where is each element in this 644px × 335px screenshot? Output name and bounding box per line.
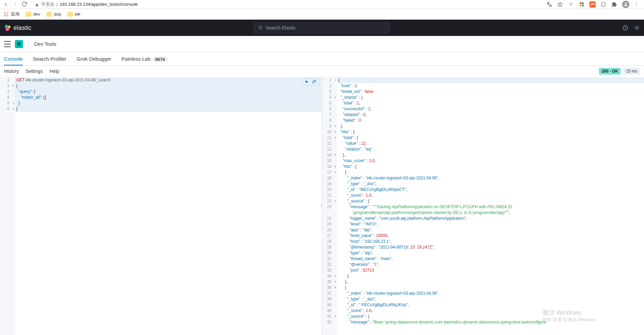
svg-point-10	[4, 14, 5, 15]
separator	[28, 40, 29, 48]
ext-v-icon[interactable]: V	[568, 1, 574, 7]
reload-button[interactable]	[22, 1, 28, 7]
svg-rect-1	[580, 2, 581, 4]
tab-label: Painless Lab	[122, 56, 151, 62]
request-actions	[302, 78, 319, 85]
bookmark-label: dev	[33, 12, 40, 17]
beta-badge: BETA	[153, 57, 168, 62]
ext-jh-icon[interactable]: JH	[589, 1, 596, 7]
request-options-button[interactable]	[311, 79, 317, 84]
svg-point-19	[259, 26, 261, 29]
svg-point-8	[6, 12, 7, 13]
apps-grid-icon	[3, 12, 9, 17]
breadcrumb-bar: D Dev Tools	[0, 36, 644, 52]
search-icon	[258, 25, 263, 30]
nav-toggle-button[interactable]	[4, 41, 11, 47]
bookmark-dop[interactable]: dop	[46, 12, 61, 17]
status-badge: 200 - OK	[599, 68, 621, 75]
svg-marker-0	[558, 2, 562, 6]
folder-icon	[26, 12, 31, 17]
svg-rect-4	[582, 4, 584, 6]
folder-icon	[67, 12, 73, 17]
timing-badge: 15 ms	[623, 68, 640, 75]
insecure-label: 不安全	[41, 1, 55, 7]
svg-point-9	[7, 12, 8, 13]
space-selector[interactable]: D	[15, 40, 23, 48]
bookmark-elk[interactable]: elk	[67, 12, 81, 17]
svg-point-7	[4, 12, 5, 13]
url-text: 192.168.23.134/app/dev_tools#/console	[60, 2, 138, 7]
devtools-tabs: Console Search Profiler Grok Debugger Pa…	[0, 52, 644, 66]
tab-label: Grok Debugger	[77, 56, 111, 62]
fold-gutter: ▾▾▾	[12, 77, 15, 335]
line-gutter: 123456	[0, 77, 12, 335]
svg-rect-2	[582, 2, 584, 4]
request-code[interactable]: GET elk-cluster-logstash-03-atp-2021.04.…	[15, 77, 322, 335]
svg-rect-3	[580, 4, 581, 6]
response-viewer[interactable]: 1234567891011121314151617181920212223242…	[322, 77, 644, 335]
space-letter: D	[17, 41, 20, 46]
search-placeholder: Search Elastic	[265, 25, 296, 31]
console-toolbar: History Settings Help 200 - OK 15 ms	[0, 66, 644, 77]
bookmarks-bar: 应用 dev dop elk	[0, 9, 644, 20]
url-separator: |	[57, 2, 58, 7]
back-button[interactable]	[3, 1, 9, 7]
bookmark-label: elk	[75, 12, 81, 17]
settings-link[interactable]: Settings	[26, 68, 43, 74]
svg-marker-23	[306, 80, 308, 83]
app-header: elastic Search Elastic	[0, 20, 644, 36]
tab-console[interactable]: Console	[4, 53, 23, 65]
svg-point-14	[6, 15, 7, 16]
help-link[interactable]: Help	[49, 68, 59, 74]
translate-icon[interactable]	[546, 1, 552, 7]
elastic-logo-icon	[4, 24, 12, 32]
newsfeed-icon[interactable]	[622, 25, 628, 31]
svg-rect-5	[602, 2, 605, 6]
bookmark-dev[interactable]: dev	[26, 12, 40, 17]
console-panes: 123456 ▾▾▾ GET elk-cluster-logstash-03-a…	[0, 77, 644, 335]
response-code: { "took" : 2, "timed_out" : false, "_sha…	[337, 77, 644, 335]
svg-point-13	[4, 15, 5, 16]
tab-search-profiler[interactable]: Search Profiler	[33, 53, 66, 65]
request-editor[interactable]: 123456 ▾▾▾ GET elk-cluster-logstash-03-a…	[0, 77, 322, 335]
apps-button[interactable]: 应用	[3, 11, 20, 17]
tab-label: Console	[4, 56, 23, 62]
svg-point-15	[7, 15, 8, 16]
line-gutter: 1234567891011121314151617181920212223242…	[322, 77, 334, 335]
help-icon[interactable]	[634, 25, 640, 31]
svg-line-20	[261, 28, 262, 29]
browser-toolbar: ▲ 不安全 | 192.168.23.134/app/dev_tools#/co…	[0, 0, 644, 9]
extensions-icon[interactable]	[611, 1, 617, 7]
profile-avatar[interactable]	[622, 1, 629, 8]
svg-point-11	[6, 14, 7, 15]
breadcrumb-label: Dev Tools	[34, 41, 57, 47]
forward-button[interactable]	[12, 1, 18, 7]
send-request-button[interactable]	[304, 79, 310, 84]
global-search[interactable]: Search Elastic	[254, 22, 390, 33]
ext-box-icon[interactable]	[600, 1, 606, 7]
elastic-brand: elastic	[14, 24, 31, 32]
insecure-icon: ▲	[35, 2, 39, 7]
elastic-logo[interactable]: elastic	[4, 24, 31, 32]
tab-grok-debugger[interactable]: Grok Debugger	[77, 53, 111, 65]
fold-gutter: ▾▾▾▾▾▾▾▾▾▾▾▾▾	[334, 77, 337, 335]
history-link[interactable]: History	[4, 68, 19, 74]
svg-point-6	[625, 3, 627, 4]
apps-label: 应用	[11, 11, 20, 17]
browser-actions: V JH ⋮	[546, 1, 641, 8]
address-bar[interactable]: ▲ 不安全 | 192.168.23.134/app/dev_tools#/co…	[35, 1, 138, 7]
svg-point-18	[5, 27, 9, 31]
svg-point-12	[7, 14, 8, 15]
tab-label: Search Profiler	[33, 56, 66, 62]
svg-point-22	[636, 27, 638, 29]
ext-google-icon[interactable]	[579, 1, 585, 7]
tab-painless-lab[interactable]: Painless LabBETA	[122, 53, 168, 65]
star-icon[interactable]	[557, 1, 563, 7]
bookmark-label: dop	[54, 12, 61, 17]
folder-icon	[46, 12, 52, 17]
browser-menu-icon[interactable]: ⋮	[634, 2, 639, 7]
